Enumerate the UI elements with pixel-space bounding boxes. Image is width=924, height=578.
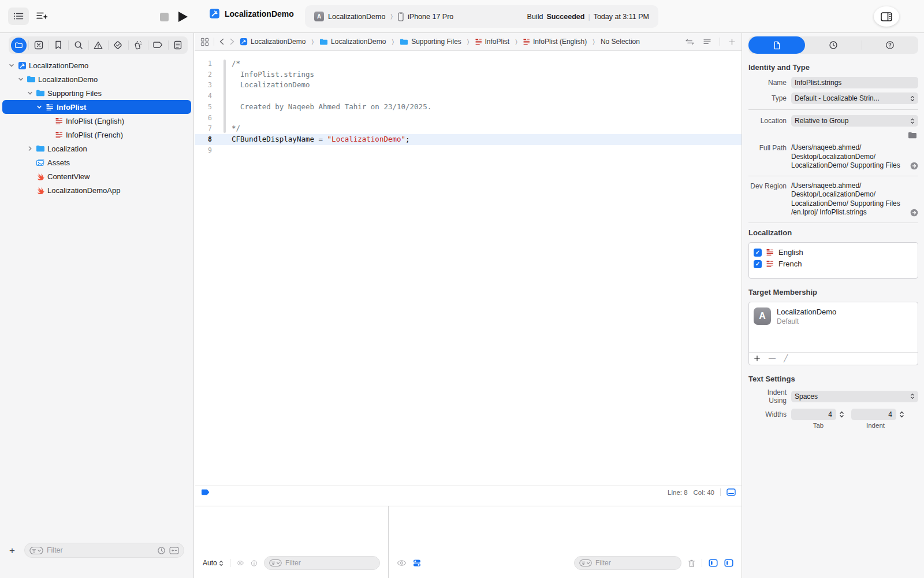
- stop-button[interactable]: [157, 10, 171, 24]
- console-panel-toggle-icon[interactable]: [724, 558, 733, 568]
- reveal-arrow-icon[interactable]: [910, 162, 918, 170]
- writing-tools-button[interactable]: [32, 8, 52, 25]
- breadcrumb-supporting-files[interactable]: Supporting Files: [400, 38, 461, 46]
- source-control-status-icon[interactable]: [169, 547, 179, 554]
- console-mode-toggles-icon[interactable]: [413, 559, 421, 567]
- tab-history-inspector[interactable]: [805, 36, 862, 54]
- tab-file-inspector[interactable]: [748, 36, 805, 54]
- run-button[interactable]: [176, 9, 191, 24]
- chevron-down-icon[interactable]: [9, 62, 14, 68]
- navigator-filter-field[interactable]: [24, 543, 184, 558]
- english-checkbox[interactable]: ✓: [754, 249, 762, 257]
- remove-target-icon[interactable]: —: [769, 354, 776, 362]
- tab-source-control[interactable]: [28, 36, 48, 54]
- navigator-tab-bar: [9, 36, 188, 54]
- divider: [720, 488, 721, 496]
- tree-item-infoplist-selected[interactable]: InfoPlist: [2, 100, 191, 114]
- reveal-arrow-icon[interactable]: [910, 209, 918, 217]
- name-field[interactable]: [791, 77, 918, 88]
- choose-location-folder-icon[interactable]: [908, 131, 917, 140]
- tab-project-navigator[interactable]: [9, 36, 28, 54]
- tab-find[interactable]: [68, 36, 88, 54]
- info-icon[interactable]: [251, 559, 258, 568]
- tree-item-group[interactable]: LocalizationDemo: [2, 72, 191, 86]
- indent-using-popup[interactable]: Spaces: [791, 391, 918, 402]
- navigator-filter-input[interactable]: [47, 546, 154, 554]
- back-button[interactable]: [219, 38, 225, 45]
- console-view: [389, 506, 742, 578]
- type-popup[interactable]: Default - Localizable Strin...: [791, 92, 918, 104]
- editor-swap-button[interactable]: [685, 38, 695, 46]
- inspector-toggle-button[interactable]: [874, 6, 899, 27]
- trash-icon[interactable]: [688, 559, 695, 568]
- variables-scope-popup[interactable]: Auto: [203, 559, 223, 567]
- activity-view[interactable]: A LocalizationDemo 〉 iPhone 17 Pro Build…: [305, 5, 658, 28]
- edit-target-icon[interactable]: ╱: [784, 354, 788, 362]
- breadcrumb-group[interactable]: LocalizationDemo: [319, 38, 386, 46]
- console-filter-field[interactable]: [574, 556, 681, 570]
- keyboard-icon[interactable]: [726, 488, 736, 496]
- xcode-project-icon: [240, 38, 248, 46]
- localization-row-french: ✓ French: [754, 258, 913, 270]
- source-editor[interactable]: 1/* 2 InfoPlist.strings 3 LocalizationDe…: [195, 51, 742, 485]
- tab-width-stepper[interactable]: [839, 410, 844, 418]
- add-editor-button[interactable]: [728, 38, 736, 46]
- breadcrumb-infoplist[interactable]: InfoPlist: [475, 38, 510, 46]
- tab-width-field[interactable]: 4: [791, 409, 836, 420]
- tab-breakpoints[interactable]: [148, 36, 167, 54]
- tree-item-infoplist-english[interactable]: InfoPlist (English): [2, 114, 191, 128]
- localization-tag-icon[interactable]: [200, 488, 210, 496]
- location-popup[interactable]: Relative to Group: [791, 115, 918, 127]
- navigator-toggle-button[interactable]: [8, 8, 29, 25]
- tree-item-contentview[interactable]: ContentView: [2, 169, 191, 183]
- localization-row-english: ✓ English: [754, 247, 913, 258]
- tab-help-inspector[interactable]: [862, 36, 918, 54]
- tab-debug[interactable]: [128, 36, 148, 54]
- editor-options-button[interactable]: [703, 38, 711, 46]
- breadcrumb-no-selection[interactable]: No Selection: [601, 38, 640, 46]
- build-state: Succeeded: [546, 13, 584, 21]
- code-line: 6: [195, 113, 742, 124]
- recent-files-clock-icon[interactable]: [157, 546, 166, 555]
- breadcrumb-label: InfoPlist (English): [533, 38, 587, 46]
- quicklook-eye-icon[interactable]: [236, 560, 244, 566]
- quicklook-eye-icon[interactable]: [397, 560, 407, 566]
- chevron-down-icon[interactable]: [18, 76, 24, 82]
- forward-button[interactable]: [229, 38, 235, 45]
- related-items-button[interactable]: [200, 38, 209, 46]
- filter-icon: [29, 546, 43, 555]
- tree-item-app[interactable]: LocalizationDemoApp: [2, 183, 191, 197]
- name-input[interactable]: [795, 79, 915, 87]
- add-target-icon[interactable]: [754, 355, 761, 362]
- breadcrumb-project[interactable]: LocalizationDemo: [240, 38, 305, 46]
- tab-issues[interactable]: [88, 36, 108, 54]
- tree-item-project[interactable]: LocalizationDemo: [2, 58, 191, 72]
- tree-item-localization[interactable]: Localization: [2, 142, 191, 155]
- scheme-selector[interactable]: A LocalizationDemo 〉 iPhone 17 Pro: [314, 12, 453, 21]
- window-tab-active[interactable]: LocalizationDemo: [209, 8, 294, 19]
- tab-reports[interactable]: [168, 36, 188, 54]
- indent-width-field[interactable]: 4: [851, 409, 896, 420]
- variables-filter-input[interactable]: [285, 559, 375, 567]
- console-filter-input[interactable]: [595, 559, 676, 567]
- chevron-down-icon[interactable]: [27, 90, 33, 96]
- tree-item-assets[interactable]: Assets: [2, 155, 191, 169]
- chevron-right-icon[interactable]: [27, 146, 33, 151]
- chevron-down-icon[interactable]: [36, 104, 42, 110]
- cursor-line-indicator: Line: 8: [668, 489, 688, 496]
- tab-bookmarks[interactable]: [49, 36, 68, 54]
- tree-item-infoplist-french[interactable]: InfoPlist (French): [2, 128, 191, 142]
- variables-panel-toggle-icon[interactable]: [709, 558, 718, 568]
- console-bar: [389, 555, 742, 571]
- variables-filter-field[interactable]: [264, 556, 380, 570]
- tree-item-supporting-files[interactable]: Supporting Files: [2, 86, 191, 100]
- french-checkbox[interactable]: ✓: [754, 260, 762, 268]
- breadcrumb-infoplist-english[interactable]: InfoPlist (English): [523, 38, 587, 46]
- indent-width-stepper[interactable]: [899, 410, 904, 418]
- add-file-button[interactable]: +: [9, 546, 15, 555]
- strings-file-icon: [523, 38, 530, 45]
- widths-row: Widths 4 4: [748, 409, 918, 420]
- target-row[interactable]: A LocalizationDemo Default: [749, 302, 918, 352]
- tab-tests[interactable]: [108, 36, 128, 54]
- target-membership-toolbar: — ╱: [749, 352, 918, 365]
